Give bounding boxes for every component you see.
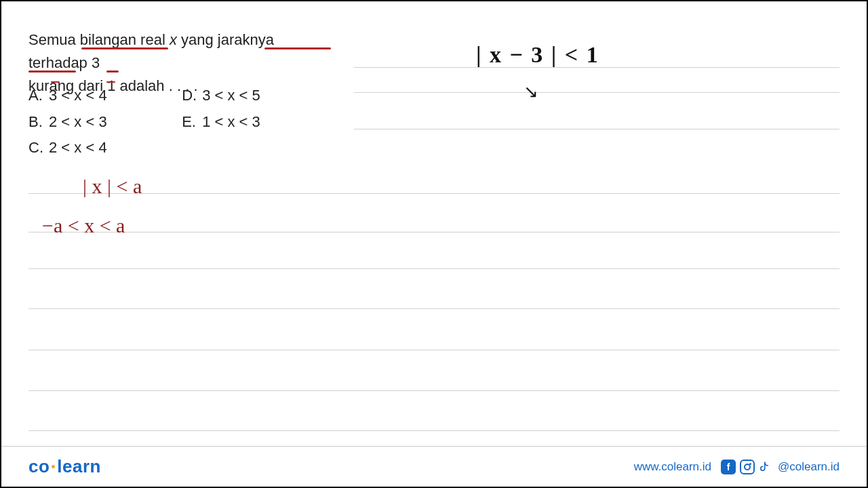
option-e: E.1 < x < 3 [182,109,260,136]
option-a: A.3 < x < 4 [28,83,178,109]
logo-dot-icon [52,465,55,468]
option-b: B.2 < x < 3 [28,109,178,136]
instagram-icon [740,460,755,474]
underline-1 [106,70,119,73]
underline-3-option [51,81,60,83]
social-handle: @colearn.id [778,460,840,474]
footer-url: www.colearn.id [634,460,711,474]
facebook-icon: f [721,460,736,474]
underline-bilangan-real [81,47,168,49]
underline-terhadap-3 [264,47,331,49]
underline-kurang-dari [28,70,76,73]
logo-learn: learn [57,456,101,476]
handwrite-top-right: | x − 3 | < 1 [476,42,599,68]
tiktok-icon [759,460,774,474]
handwrite-rule1: | x | < a [83,175,142,198]
footer-bar: colearn www.colearn.id f @colearn.id [1,446,867,487]
handwrite-rule2: −a < x < a [42,214,125,237]
underline-4-option [106,81,115,83]
question-variable-x: x [170,31,177,48]
answer-options: A.3 < x < 4 B.2 < x < 3 C.2 < x < 4 D.3 … [28,83,260,161]
logo-co: co [28,456,50,476]
question-line1a: Semua bilangan real [28,31,170,48]
option-d: D.3 < x < 5 [182,83,260,109]
option-c: C.2 < x < 4 [28,135,178,161]
handwrite-tick: ↘ [524,81,538,102]
logo: colearn [28,456,101,477]
social-icons: f @colearn.id [721,460,840,474]
